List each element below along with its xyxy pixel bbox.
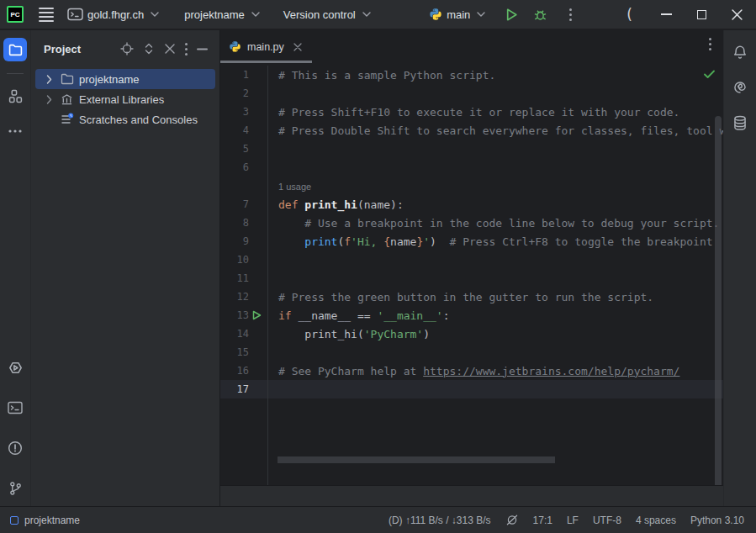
code-text: # Press the green button in the gutter t… — [278, 291, 653, 303]
code-editor[interactable]: 1# This is a sample Python script.23# Pr… — [220, 66, 723, 485]
pycharm-logo-icon: PC — [7, 6, 24, 23]
code-line[interactable]: 10 — [220, 251, 723, 269]
run-line-button[interactable] — [249, 310, 278, 320]
database-button[interactable] — [728, 111, 752, 135]
tree-item-external-libraries[interactable]: External Libraries — [35, 89, 215, 109]
panel-options-button[interactable] — [185, 43, 188, 55]
run-button[interactable] — [499, 2, 524, 27]
line-separator-widget[interactable]: LF — [567, 515, 579, 526]
code-line[interactable]: 7def print_hi(name): — [220, 195, 723, 214]
bell-icon — [732, 45, 748, 61]
code-line[interactable]: 14 print_hi('PyCharm') — [220, 325, 723, 343]
project-tool-button[interactable] — [3, 38, 27, 61]
code-line[interactable]: 17 — [220, 380, 723, 398]
kebab-menu-icon — [569, 8, 572, 21]
tab-label: main.py — [247, 41, 284, 53]
inspections-ok-icon[interactable] — [704, 70, 715, 79]
code-line[interactable]: 16# See PyCharm help at https://www.jetb… — [220, 361, 723, 380]
encoding-widget[interactable]: UTF-8 — [593, 515, 621, 526]
code-line[interactable]: 11 — [220, 269, 723, 288]
services-tool-button[interactable] — [3, 356, 27, 379]
crescent-icon: ( — [626, 6, 632, 23]
close-button[interactable] — [724, 2, 749, 27]
debug-button[interactable] — [527, 2, 552, 27]
code-text: # This is a sample Python script. — [278, 69, 495, 82]
notifications-button[interactable] — [728, 40, 752, 64]
caret-position-widget[interactable]: 17:1 — [533, 515, 552, 526]
collapse-all-button[interactable] — [164, 43, 176, 55]
code-lines: 1# This is a sample Python script.23# Pr… — [220, 66, 723, 398]
status-project-widget[interactable]: projektname — [0, 515, 80, 526]
kebab-menu-icon — [709, 38, 711, 50]
indent-widget[interactable]: 4 spaces — [636, 515, 676, 526]
code-line[interactable]: 5 — [220, 140, 723, 158]
scratches-icon — [61, 113, 79, 126]
code-line[interactable]: 15 — [220, 343, 723, 361]
ai-assistant-button[interactable] — [728, 76, 752, 99]
services-icon — [8, 360, 24, 376]
tree-item-label: Scratches and Consoles — [79, 113, 198, 126]
code-line[interactable]: 13if __name__ == '__main__': — [220, 306, 723, 325]
chevron-right-icon[interactable] — [46, 75, 61, 84]
project-menu-button[interactable]: projektname — [184, 8, 260, 21]
horizontal-scrollbar[interactable] — [278, 456, 555, 463]
main-menu-button[interactable] — [39, 8, 54, 22]
line-number: 2 — [220, 87, 249, 99]
line-number: 5 — [220, 143, 249, 155]
chevron-right-icon[interactable] — [46, 95, 61, 104]
git-branch-icon — [8, 481, 23, 496]
code-text: print(f'Hi, {name}') # Press Ctrl+F8 to … — [278, 235, 713, 248]
kebab-menu-icon — [185, 43, 188, 55]
expand-all-button[interactable] — [143, 42, 155, 55]
project-panel: Project — [31, 30, 220, 506]
vcs-menu-button[interactable]: Version control — [283, 8, 371, 21]
run-config-selector[interactable]: main — [429, 8, 485, 21]
network-speed-widget[interactable]: (D) ↑111 B/s / ↓313 B/s — [389, 515, 491, 526]
hide-panel-button[interactable] — [197, 48, 208, 50]
more-actions-button[interactable] — [558, 2, 583, 27]
problems-tool-button[interactable] — [3, 436, 27, 460]
status-bar: projektname (D) ↑111 B/s / ↓313 B/s 17:1… — [0, 506, 756, 533]
line-number: 4 — [220, 124, 249, 136]
code-text: def print_hi(name): — [278, 198, 404, 211]
code-line[interactable]: 1# This is a sample Python script. — [220, 66, 723, 84]
editor-area: main.py 1# This is a sample Python scrip… — [220, 30, 723, 506]
more-tool-windows-button[interactable] — [3, 119, 27, 143]
project-panel-title: Project — [44, 43, 81, 55]
tab-close-button[interactable] — [293, 43, 302, 51]
remote-target-button[interactable]: gold.fhgr.ch — [67, 8, 159, 21]
code-line[interactable]: 4# Press Double Shift to search everywhe… — [220, 121, 723, 140]
python-icon — [429, 8, 442, 21]
inlay-hint-row[interactable]: 1 usage — [220, 177, 723, 195]
line-number: 6 — [220, 161, 249, 173]
chevron-down-icon — [251, 12, 260, 17]
editor-options-button[interactable] — [709, 38, 711, 50]
interpreter-widget[interactable]: Python 3.10 — [690, 515, 744, 526]
tree-item-scratches[interactable]: Scratches and Consoles — [35, 109, 215, 129]
tree-item-label: External Libraries — [79, 93, 164, 106]
structure-tool-button[interactable] — [3, 84, 27, 108]
code-text: 1 usage — [278, 180, 311, 193]
maximize-button[interactable] — [689, 2, 714, 27]
git-tool-button[interactable] — [3, 477, 27, 500]
usages-inlay-hint[interactable]: 1 usage — [278, 182, 311, 192]
code-line[interactable]: 2 — [220, 84, 723, 103]
gutter-separator — [267, 66, 268, 485]
title-bar: PC gold.fhgr.ch projektname Version cont… — [0, 0, 756, 29]
vertical-scrollbar[interactable] — [715, 116, 722, 485]
line-number: 10 — [220, 254, 249, 266]
folder-icon — [8, 43, 23, 57]
code-line[interactable]: 8 # Use a breakpoint in the code line be… — [220, 214, 723, 232]
locate-file-button[interactable] — [120, 42, 134, 55]
target-icon — [120, 42, 134, 55]
code-line[interactable]: 3# Press Shift+F10 to execute it or repl… — [220, 103, 723, 121]
tree-item-projektname[interactable]: projektname — [35, 69, 215, 89]
tab-main-py[interactable]: main.py — [220, 30, 312, 63]
highlighting-level-button[interactable] — [505, 514, 519, 526]
code-line[interactable]: 12# Press the green button in the gutter… — [220, 288, 723, 306]
code-line[interactable]: 6 — [220, 158, 723, 177]
code-line[interactable]: 9 print(f'Hi, {name}') # Press Ctrl+F8 t… — [220, 232, 723, 251]
terminal-tool-button[interactable] — [3, 396, 27, 420]
terminal-chip-icon — [67, 8, 83, 21]
minimize-button[interactable] — [653, 2, 679, 27]
